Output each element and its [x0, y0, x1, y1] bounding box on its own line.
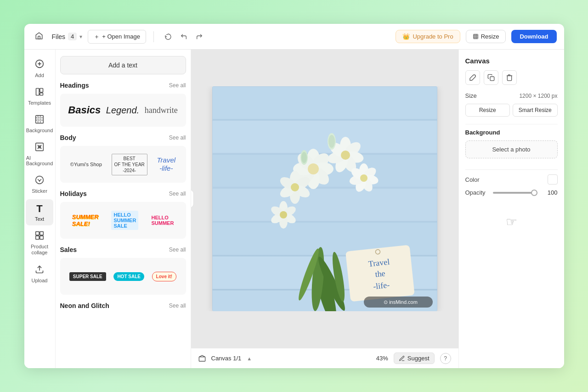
sales-label: Sales: [60, 246, 77, 253]
sales-see-all[interactable]: See all: [169, 246, 186, 253]
svg-point-45: [341, 151, 350, 160]
open-image-button[interactable]: ＋ + Open Image: [88, 30, 146, 44]
sales-samples[interactable]: SUPER SALE HOT SALE Love it!: [60, 258, 186, 295]
header: Files 4 ▾ ＋ + Open Image: [24, 24, 564, 50]
font-legend-sample[interactable]: Legend.: [106, 105, 139, 116]
canvas-image[interactable]: Travel the -life- ⊙ insMind.com: [212, 86, 437, 311]
font-basics-sample[interactable]: Basics: [68, 104, 101, 116]
text-panel: Add a text Headings See all Basics Legen…: [56, 50, 191, 368]
canvas-svg: Travel the -life- ⊙ insMind.com: [212, 86, 437, 311]
help-button[interactable]: ?: [440, 353, 451, 364]
svg-rect-11: [36, 232, 40, 235]
svg-rect-79: [199, 357, 205, 361]
sidebar-item-upload[interactable]: Upload: [26, 261, 53, 287]
svg-text:⊙ insMind.com: ⊙ insMind.com: [384, 299, 418, 305]
headings-section-header: Headings See all: [60, 82, 186, 89]
holiday-samples[interactable]: SUMMERSALE! HELLOSUMMERSALE HELLOSUMMER: [60, 202, 186, 239]
opacity-slider[interactable]: [493, 192, 537, 194]
sidebar-item-templates[interactable]: Templates: [26, 84, 53, 109]
headings-label: Headings: [60, 82, 89, 89]
size-row: Size 1200 × 1200 px: [465, 92, 558, 99]
sidebar-item-label: Product collage: [28, 244, 51, 256]
svg-point-64: [301, 152, 307, 163]
home-button[interactable]: [32, 29, 46, 44]
color-label: Color: [465, 176, 480, 183]
right-panel-actions: [465, 70, 558, 85]
home-icon: [35, 32, 43, 42]
sticker-icon: [35, 175, 44, 187]
trash-action-button[interactable]: [502, 70, 517, 85]
sales-section-header: Sales See all: [60, 246, 186, 253]
panel-collapse-button[interactable]: ‹: [191, 190, 194, 208]
upload-icon: [35, 265, 44, 276]
canvas-label: Canvas 1/1: [211, 355, 242, 362]
background-section-title: Background: [465, 129, 558, 136]
size-value: 1200 × 1200 px: [519, 93, 557, 99]
body-sample-3[interactable]: Travel-life-: [157, 156, 176, 173]
body-samples[interactable]: ©Yumi's Shop BESTOF THE YEAR-2024- Trave…: [60, 146, 186, 183]
sidebar-item-product-collage[interactable]: Product collage: [26, 227, 53, 259]
opacity-row: Opacity 100: [465, 189, 558, 196]
resize-button[interactable]: Resize: [465, 104, 510, 117]
sale-sample-1[interactable]: SUPER SALE: [69, 272, 106, 281]
sale-sample-2[interactable]: HOT SALE: [113, 272, 144, 281]
body-section-header: Body See all: [60, 134, 186, 141]
body-sample-1[interactable]: ©Yumi's Shop: [70, 162, 102, 167]
headings-see-all[interactable]: See all: [169, 82, 186, 89]
select-photo-button[interactable]: Select a photo: [465, 140, 558, 158]
holiday-sample-1[interactable]: SUMMERSALE!: [72, 213, 99, 227]
body-see-all[interactable]: See all: [169, 134, 186, 141]
holiday-sample-2[interactable]: HELLOSUMMERSALE: [111, 211, 138, 230]
holidays-section-header: Holidays See all: [60, 190, 186, 197]
canvas-wrapper[interactable]: Travel the -life- ⊙ insMind.com: [191, 86, 458, 311]
paint-action-button[interactable]: [465, 70, 480, 85]
size-label: Size: [465, 92, 477, 99]
smart-resize-button[interactable]: Smart Resize: [513, 104, 558, 117]
upgrade-button[interactable]: 👑 Upgrade to Pro: [396, 30, 460, 43]
sidebar-item-label: Upload: [32, 278, 48, 283]
sidebar-item-ai-background[interactable]: AI Background: [26, 139, 53, 170]
svg-point-62: [328, 135, 335, 148]
files-label: Files: [52, 33, 66, 40]
holidays-see-all[interactable]: See all: [169, 190, 186, 197]
svg-rect-6: [40, 89, 43, 92]
sidebar-item-add[interactable]: Add: [26, 55, 53, 82]
sidebar-item-label: Sticker: [32, 188, 47, 194]
svg-rect-7: [40, 93, 43, 95]
font-hand-sample[interactable]: handwrite: [145, 106, 178, 115]
opacity-value: 100: [545, 189, 558, 196]
refresh-button[interactable]: [161, 30, 175, 44]
holiday-sample-3[interactable]: HELLOSUMMER: [152, 215, 174, 226]
plus-icon: ＋: [94, 33, 100, 41]
body-label: Body: [60, 134, 76, 141]
layers-button[interactable]: [198, 355, 206, 362]
sidebar-item-sticker[interactable]: Sticker: [26, 172, 53, 197]
copy-action-button[interactable]: [484, 70, 498, 85]
svg-rect-18: [212, 120, 437, 153]
svg-rect-17: [212, 86, 437, 119]
color-swatch[interactable]: [548, 174, 558, 185]
download-button[interactable]: Download: [511, 30, 556, 43]
svg-rect-80: [490, 77, 494, 81]
neon-see-all[interactable]: See all: [169, 302, 186, 309]
add-text-button[interactable]: Add a text: [60, 56, 186, 74]
color-row: Color: [465, 174, 558, 185]
sidebar-item-background[interactable]: Background: [26, 111, 53, 137]
headings-samples[interactable]: Basics Legend. handwrite: [60, 94, 186, 127]
body-sample-2[interactable]: BESTOF THE YEAR-2024-: [112, 154, 147, 175]
svg-point-37: [308, 163, 319, 174]
redo-button[interactable]: [192, 30, 206, 44]
sale-sample-3[interactable]: Love it!: [152, 272, 177, 281]
header-resize-button[interactable]: Resize: [466, 30, 506, 43]
svg-point-71: [280, 211, 287, 218]
left-sidebar: Add Templates Background AI Background: [24, 50, 56, 368]
files-chevron-icon[interactable]: ▾: [79, 34, 82, 40]
canvas-chevron-up-icon[interactable]: ▲: [247, 356, 252, 361]
suggest-button[interactable]: Suggest: [394, 353, 435, 364]
undo-button[interactable]: [177, 30, 191, 44]
sidebar-item-label: Add: [35, 73, 44, 78]
files-section: Files 4 ▾: [52, 33, 83, 40]
body: Add Templates Background AI Background: [24, 50, 564, 368]
svg-text:the: the: [374, 269, 385, 279]
sidebar-item-text[interactable]: T Text: [26, 199, 53, 225]
